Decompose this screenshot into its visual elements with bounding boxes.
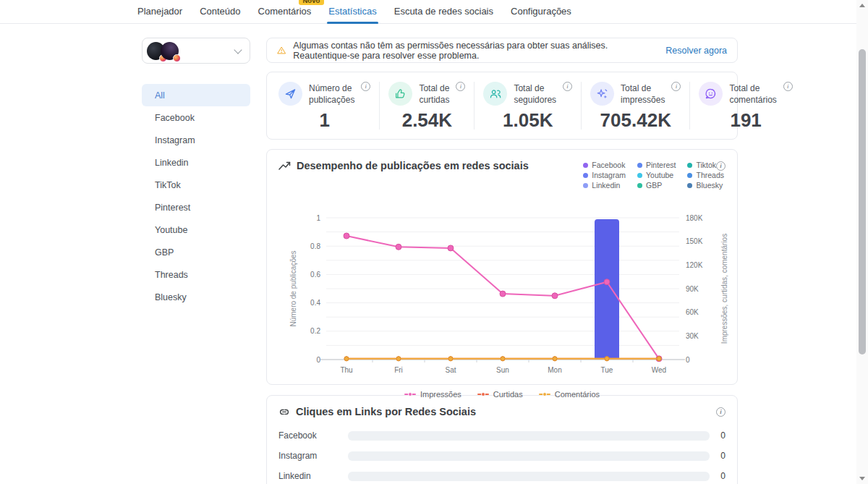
legend-curtidas[interactable]: Curtidas [477,390,523,399]
svg-text:Wed: Wed [652,366,666,374]
stats-summary: Número de publicações i 1 Total de curti… [266,72,738,140]
svg-text:Sun: Sun [496,366,509,374]
chevron-down-icon [234,46,242,54]
account-selector[interactable] [142,38,250,64]
scroll-up-icon[interactable] [859,4,865,7]
tab-planejador[interactable]: Planejador [136,0,184,22]
progress-track [348,431,710,441]
svg-text:Número de publicações: Número de publicações [289,250,297,326]
sidebar-item-pinterest[interactable]: Pinterest [142,196,250,218]
sidebar-item-instagram[interactable]: Instagram [142,129,250,151]
legend-dot [637,173,642,178]
stat-value: 705.42K [590,109,681,132]
legend-dot [687,173,692,178]
link-row-linkedin: Linkedin 0 [278,471,726,481]
info-icon[interactable]: i [563,82,572,91]
tab-configuracoes[interactable]: Configurações [509,0,573,22]
svg-text:90K: 90K [686,285,699,293]
info-icon[interactable]: i [671,82,681,91]
svg-text:150K: 150K [686,237,703,245]
tab-comentarios[interactable]: Comentários Novo [257,0,313,22]
svg-text:0: 0 [686,356,690,364]
stat-value: 1.05K [483,109,572,132]
chart-title: Desempenho de publicações em redes socia… [297,160,529,171]
legend-facebook[interactable]: Facebook [583,160,626,170]
warning-text: Algumas contas não têm as permissões nec… [293,41,658,61]
legend-instagram[interactable]: Instagram [583,170,626,180]
svg-text:0.4: 0.4 [310,299,320,307]
comment-smile-icon [699,82,723,106]
stat-curtidas: Total de curtidas i 2.54K [379,82,474,130]
account-avatars [147,42,179,60]
stat-seguidores: Total de seguidores i 1.05K [474,82,581,130]
link-icon [278,406,290,417]
legend-youtube[interactable]: Youtube [637,170,676,180]
sidebar-item-gbp[interactable]: GBP [142,241,250,263]
svg-text:Mon: Mon [548,366,561,374]
legend-linkedin[interactable]: Linkedin [583,180,626,190]
stat-impressoes: Total de impressões i 705.42K [581,82,689,130]
link-clicks-card: Cliques em Links por Redes Sociais i Fac… [266,395,738,484]
avatar [161,42,179,60]
stat-label: Total de comentários [729,82,776,106]
legend-marker [539,391,550,397]
info-icon[interactable]: i [716,407,726,417]
sidebar-item-bluesky[interactable]: Bluesky [142,286,250,308]
svg-text:Tue: Tue [601,366,613,374]
sidebar-item-facebook[interactable]: Facebook [142,106,250,129]
stat-label: Número de publicações [309,82,354,106]
svg-text:Fri: Fri [394,366,403,374]
performance-chart-card: Desempenho de publicações em redes socia… [266,149,738,385]
svg-text:180K: 180K [686,214,703,222]
stat-value: 2.54K [388,109,465,132]
sidebar: All Facebook Instagram Linkedin TikTok P… [142,38,250,308]
tab-conteudo[interactable]: Conteúdo [198,0,242,22]
stat-comentarios: Total de comentários i 191 [689,82,801,130]
progress-track [348,472,710,481]
sidebar-item-tiktok[interactable]: TikTok [142,174,250,196]
legend-threads[interactable]: Threads [687,170,724,180]
stat-label: Total de impressões [621,82,665,106]
legend-bluesky[interactable]: Bluesky [687,180,724,190]
legend-dot [687,163,692,168]
performance-chart: 00.20.40.60.81030K60K90K120K150K180KThuF… [286,208,726,390]
tab-escuta[interactable]: Escuta de redes sociais [393,0,495,22]
stat-publicacoes: Número de publicações i 1 [270,82,379,130]
scrollbar[interactable] [856,0,868,484]
nav-tabs: Planejador Conteúdo Comentários Novo Est… [136,0,573,24]
series-legend: Impressões Curtidas Comentários [278,390,726,399]
instagram-badge-icon [173,54,181,62]
legend-gbp[interactable]: GBP [637,180,676,190]
svg-text:1: 1 [316,214,320,222]
main-content: Algumas contas não têm as permissões nec… [266,38,738,484]
info-icon[interactable]: i [456,82,465,91]
info-icon[interactable]: i [783,82,793,91]
thumbs-up-icon [388,82,412,106]
svg-text:Thu: Thu [340,366,352,374]
sidebar-item-linkedin[interactable]: Linkedin [142,151,250,174]
info-icon[interactable]: i [361,82,370,91]
legend-dot [687,183,692,188]
sidebar-item-all[interactable]: All [142,84,250,106]
legend-impressoes[interactable]: Impressões [404,390,461,399]
legend-comentarios[interactable]: Comentários [539,390,600,399]
scroll-down-icon[interactable] [859,477,865,480]
top-nav: Planejador Conteúdo Comentários Novo Est… [0,0,868,24]
tab-estatisticas[interactable]: Estatísticas [327,0,378,22]
legend-tiktok[interactable]: Tiktok [687,160,724,170]
stat-label: Total de curtidas [419,82,449,106]
legend-dot [583,163,588,168]
svg-text:0.6: 0.6 [310,271,320,279]
resolver-agora-link[interactable]: Resolver agora [665,46,727,56]
scrollbar-thumb[interactable] [859,49,866,354]
sidebar-item-threads[interactable]: Threads [142,263,250,286]
legend-pinterest[interactable]: Pinterest [637,160,676,170]
sidebar-item-youtube[interactable]: Youtube [142,218,250,241]
followers-icon [483,82,507,106]
progress-track [348,451,710,461]
svg-text:0.2: 0.2 [310,327,320,335]
svg-text:60K: 60K [686,308,699,316]
reauth-warning-banner: Algumas contas não têm as permissões nec… [266,38,738,63]
paper-plane-icon [278,82,302,106]
svg-text:Sat: Sat [445,366,456,374]
